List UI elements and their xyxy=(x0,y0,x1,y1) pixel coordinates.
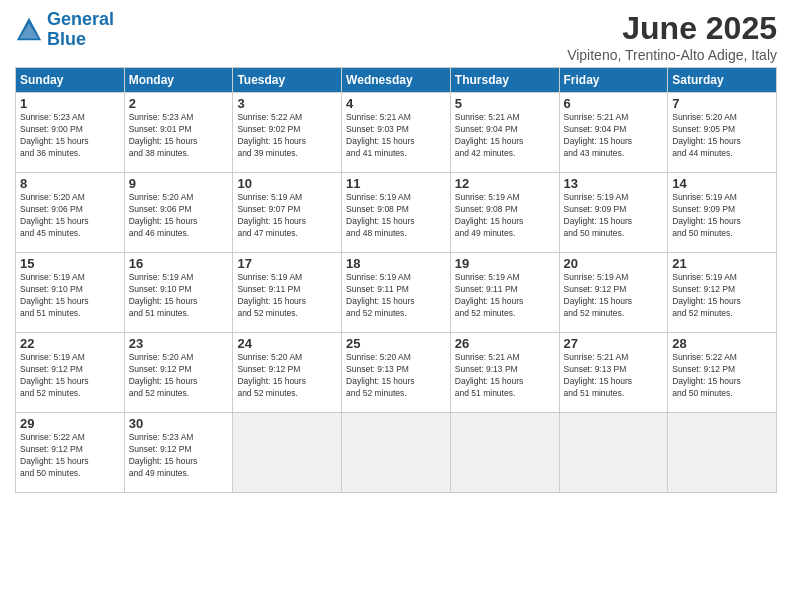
calendar-day-empty xyxy=(233,413,342,493)
title-block: June 2025 Vipiteno, Trentino-Alto Adige,… xyxy=(567,10,777,63)
calendar-day-18: 18Sunrise: 5:19 AMSunset: 9:11 PMDayligh… xyxy=(342,253,451,333)
calendar-day-6: 6Sunrise: 5:21 AMSunset: 9:04 PMDaylight… xyxy=(559,93,668,173)
calendar-day-12: 12Sunrise: 5:19 AMSunset: 9:08 PMDayligh… xyxy=(450,173,559,253)
calendar-day-5: 5Sunrise: 5:21 AMSunset: 9:04 PMDaylight… xyxy=(450,93,559,173)
calendar-day-21: 21Sunrise: 5:19 AMSunset: 9:12 PMDayligh… xyxy=(668,253,777,333)
header: General Blue June 2025 Vipiteno, Trentin… xyxy=(15,10,777,63)
calendar-day-11: 11Sunrise: 5:19 AMSunset: 9:08 PMDayligh… xyxy=(342,173,451,253)
logo: General Blue xyxy=(15,10,114,50)
calendar-day-2: 2Sunrise: 5:23 AMSunset: 9:01 PMDaylight… xyxy=(124,93,233,173)
calendar-day-19: 19Sunrise: 5:19 AMSunset: 9:11 PMDayligh… xyxy=(450,253,559,333)
calendar-day-30: 30Sunrise: 5:23 AMSunset: 9:12 PMDayligh… xyxy=(124,413,233,493)
col-thursday: Thursday xyxy=(450,68,559,93)
calendar-day-13: 13Sunrise: 5:19 AMSunset: 9:09 PMDayligh… xyxy=(559,173,668,253)
calendar-day-10: 10Sunrise: 5:19 AMSunset: 9:07 PMDayligh… xyxy=(233,173,342,253)
subtitle: Vipiteno, Trentino-Alto Adige, Italy xyxy=(567,47,777,63)
calendar-day-20: 20Sunrise: 5:19 AMSunset: 9:12 PMDayligh… xyxy=(559,253,668,333)
calendar-day-16: 16Sunrise: 5:19 AMSunset: 9:10 PMDayligh… xyxy=(124,253,233,333)
calendar-container: General Blue June 2025 Vipiteno, Trentin… xyxy=(0,0,792,503)
calendar-day-4: 4Sunrise: 5:21 AMSunset: 9:03 PMDaylight… xyxy=(342,93,451,173)
calendar-day-empty xyxy=(559,413,668,493)
col-sunday: Sunday xyxy=(16,68,125,93)
calendar-day-24: 24Sunrise: 5:20 AMSunset: 9:12 PMDayligh… xyxy=(233,333,342,413)
col-tuesday: Tuesday xyxy=(233,68,342,93)
logo-line2: Blue xyxy=(47,29,86,49)
calendar-table: Sunday Monday Tuesday Wednesday Thursday… xyxy=(15,67,777,493)
calendar-day-8: 8Sunrise: 5:20 AMSunset: 9:06 PMDaylight… xyxy=(16,173,125,253)
calendar-header-row: Sunday Monday Tuesday Wednesday Thursday… xyxy=(16,68,777,93)
col-wednesday: Wednesday xyxy=(342,68,451,93)
calendar-day-empty xyxy=(450,413,559,493)
calendar-day-23: 23Sunrise: 5:20 AMSunset: 9:12 PMDayligh… xyxy=(124,333,233,413)
calendar-day-28: 28Sunrise: 5:22 AMSunset: 9:12 PMDayligh… xyxy=(668,333,777,413)
calendar-day-14: 14Sunrise: 5:19 AMSunset: 9:09 PMDayligh… xyxy=(668,173,777,253)
calendar-day-3: 3Sunrise: 5:22 AMSunset: 9:02 PMDaylight… xyxy=(233,93,342,173)
calendar-day-27: 27Sunrise: 5:21 AMSunset: 9:13 PMDayligh… xyxy=(559,333,668,413)
logo-icon xyxy=(15,16,43,44)
calendar-day-15: 15Sunrise: 5:19 AMSunset: 9:10 PMDayligh… xyxy=(16,253,125,333)
col-saturday: Saturday xyxy=(668,68,777,93)
month-title: June 2025 xyxy=(567,10,777,47)
calendar-day-7: 7Sunrise: 5:20 AMSunset: 9:05 PMDaylight… xyxy=(668,93,777,173)
calendar-day-26: 26Sunrise: 5:21 AMSunset: 9:13 PMDayligh… xyxy=(450,333,559,413)
logo-text: General Blue xyxy=(47,10,114,50)
calendar-day-empty xyxy=(668,413,777,493)
calendar-day-1: 1Sunrise: 5:23 AMSunset: 9:00 PMDaylight… xyxy=(16,93,125,173)
calendar-day-25: 25Sunrise: 5:20 AMSunset: 9:13 PMDayligh… xyxy=(342,333,451,413)
calendar-day-17: 17Sunrise: 5:19 AMSunset: 9:11 PMDayligh… xyxy=(233,253,342,333)
col-monday: Monday xyxy=(124,68,233,93)
calendar-day-29: 29Sunrise: 5:22 AMSunset: 9:12 PMDayligh… xyxy=(16,413,125,493)
logo-line1: General xyxy=(47,9,114,29)
calendar-day-9: 9Sunrise: 5:20 AMSunset: 9:06 PMDaylight… xyxy=(124,173,233,253)
calendar-day-22: 22Sunrise: 5:19 AMSunset: 9:12 PMDayligh… xyxy=(16,333,125,413)
calendar-day-empty xyxy=(342,413,451,493)
col-friday: Friday xyxy=(559,68,668,93)
